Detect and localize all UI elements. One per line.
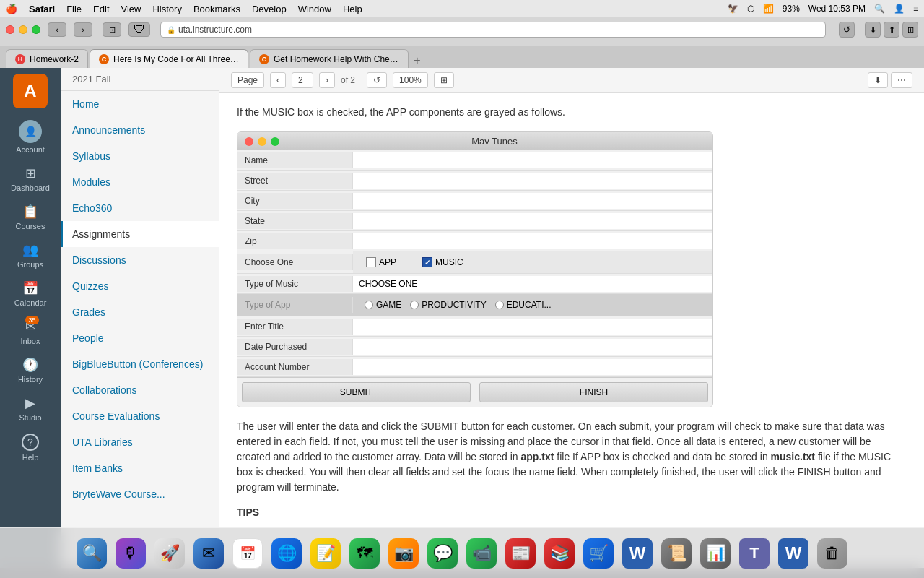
course-nav-grades[interactable]: Grades — [61, 299, 219, 325]
dock-messages[interactable]: 💬 — [424, 535, 461, 572]
url-bar[interactable]: 🔒 uta.instructure.com — [160, 22, 826, 38]
course-nav-collaborations[interactable]: Collaborations — [61, 377, 219, 403]
dock: 🔍 🎙 🚀 ✉ 📅 🌐 📝 🗺 📷 💬 📹 📰 📚 🛒 W 📜 — [0, 527, 924, 578]
apple-menu[interactable]: 🍎 — [6, 4, 17, 14]
tab-chegg1[interactable]: C Here Is My Code For All Three Files In… — [90, 49, 248, 68]
menubar-battery: 93% — [783, 4, 800, 14]
sidebar-item-dashboard-label: Dashboard — [11, 184, 50, 192]
course-nav-people[interactable]: People — [61, 325, 219, 351]
toolbar-page-num: 2 — [292, 72, 313, 88]
course-nav-announcements[interactable]: Announcements — [61, 117, 219, 143]
sidebar-toggle-button[interactable]: ⊡ — [103, 22, 121, 37]
dock-maps[interactable]: 🗺 — [346, 535, 383, 572]
dock-launchpad[interactable]: 🚀 — [152, 535, 188, 572]
tab-label-chegg1: Here Is My Code For All Three Files In H… — [113, 54, 239, 64]
dock-word[interactable]: W — [619, 535, 655, 572]
submit-button[interactable]: SUBMIT — [242, 382, 471, 402]
share-button[interactable]: ⬆ — [884, 22, 899, 38]
mock-maximize — [271, 137, 279, 146]
sidebar-item-calendar[interactable]: 📅 Calendar — [0, 275, 61, 313]
edit-menu[interactable]: Edit — [93, 4, 109, 14]
sidebar-item-dashboard[interactable]: ⊞ Dashboard — [0, 160, 61, 198]
file-menu[interactable]: File — [66, 4, 82, 14]
dock-teams[interactable]: T — [736, 535, 772, 572]
help-menu[interactable]: Help — [343, 4, 362, 14]
sidebar-item-account[interactable]: 👤 Account — [0, 114, 61, 160]
course-nav-modules[interactable]: Modules — [61, 169, 219, 195]
sidebar-item-history[interactable]: 🕐 History — [0, 351, 61, 389]
course-nav-evaluations[interactable]: Course Evaluations — [61, 403, 219, 429]
main-layout: A 👤 Account ⊞ Dashboard 📋 Courses 👥 Grou… — [0, 68, 924, 568]
form-row-street: Street — [237, 171, 712, 191]
toolbar-zoom-fit[interactable]: ⊞ — [434, 72, 454, 88]
menubar-user[interactable]: 👤 — [894, 4, 905, 14]
shield-button[interactable]: 🛡 — [128, 22, 150, 37]
course-nav-bigbluebutton[interactable]: BigBlueButton (Conferences) — [61, 351, 219, 377]
maximize-window-button[interactable] — [32, 25, 40, 34]
window-menu[interactable]: Window — [298, 4, 331, 14]
menubar: 🍎 Safari File Edit View History Bookmark… — [0, 0, 924, 17]
sidebar-item-groups[interactable]: 👥 Groups — [0, 236, 61, 275]
dashboard-icon: ⊞ — [25, 165, 36, 181]
develop-menu[interactable]: Develop — [252, 4, 287, 14]
tab-homework2[interactable]: H Homework-2 — [6, 49, 88, 68]
sidebar-item-inbox[interactable]: ✉ 35 Inbox — [0, 313, 61, 351]
form-field-zip — [353, 233, 712, 249]
dock-safari[interactable]: 🌐 — [269, 535, 305, 572]
dock-mail[interactable]: ✉ — [191, 535, 227, 572]
reload-button[interactable]: ↺ — [839, 22, 855, 38]
forward-button[interactable]: › — [74, 22, 92, 37]
view-menu[interactable]: View — [121, 4, 141, 14]
back-button[interactable]: ‹ — [48, 22, 66, 37]
new-tab-plus-button[interactable]: + — [410, 53, 424, 68]
toolbar-next-page[interactable]: › — [319, 72, 335, 88]
safari-menu[interactable]: Safari — [29, 4, 55, 14]
toolbar-download-button[interactable]: ⬇ — [868, 72, 888, 88]
sidebar-item-studio[interactable]: ▶ Studio — [0, 389, 61, 428]
dock-word2[interactable]: W — [775, 535, 811, 572]
bookmarks-menu[interactable]: Bookmarks — [193, 4, 240, 14]
dock-news[interactable]: 📰 — [502, 535, 539, 572]
new-tab-button[interactable]: ⊞ — [902, 22, 918, 38]
dock-finder[interactable]: 🔍 — [74, 535, 110, 572]
canvas-logo[interactable]: A — [13, 74, 48, 108]
download-button[interactable]: ⬇ — [865, 22, 881, 38]
radio-game: GAME — [365, 300, 401, 310]
finish-button[interactable]: FINISH — [479, 382, 708, 402]
dock-facetime[interactable]: 📹 — [463, 535, 500, 572]
toolbar-more-options[interactable]: ⋯ — [891, 72, 912, 88]
tab-chegg2[interactable]: C Get Homework Help With Chegg Study | C… — [250, 49, 409, 68]
radio-label-productivity: PRODUCTIVITY — [422, 300, 486, 310]
course-nav-syllabus[interactable]: Syllabus — [61, 143, 219, 169]
course-nav-brytewave[interactable]: BryteWave Course... — [61, 481, 219, 507]
course-nav-quizzes[interactable]: Quizzes — [61, 273, 219, 299]
course-nav-home[interactable]: Home — [61, 91, 219, 117]
dock-calendar[interactable]: 📅 — [230, 535, 266, 572]
dock-appstore[interactable]: 🛒 — [580, 535, 616, 572]
course-nav-uta-libraries[interactable]: UTA Libraries — [61, 429, 219, 455]
sidebar-item-courses[interactable]: 📋 Courses — [0, 198, 61, 236]
dock-siri[interactable]: 🎙 — [113, 535, 149, 572]
history-menu[interactable]: History — [152, 4, 181, 14]
course-nav-discussions[interactable]: Discussions — [61, 247, 219, 273]
minimize-window-button[interactable] — [19, 25, 27, 34]
form-label-name: Name — [237, 152, 353, 168]
menubar-search[interactable]: 🔍 — [874, 4, 885, 14]
sidebar-item-help[interactable]: ? Help — [0, 428, 61, 467]
mock-minimize — [258, 137, 266, 146]
course-nav-assignments[interactable]: Assignments — [61, 221, 219, 247]
dock-script-editor[interactable]: 📜 — [658, 535, 694, 572]
toolbar-zoom-out[interactable]: ↺ — [367, 72, 387, 88]
dock-photos[interactable]: 📷 — [385, 535, 422, 572]
course-nav-item-banks[interactable]: Item Banks — [61, 455, 219, 481]
sidebar-item-account-label: Account — [16, 145, 45, 154]
dock-activity-monitor[interactable]: 📊 — [697, 535, 733, 572]
dock-notes[interactable]: 📝 — [308, 535, 344, 572]
dock-photos-icon: 📷 — [388, 538, 419, 569]
dock-books[interactable]: 📚 — [541, 535, 578, 572]
course-nav-echo360[interactable]: Echo360 — [61, 195, 219, 221]
toolbar-prev-page[interactable]: ‹ — [270, 72, 286, 88]
menubar-control[interactable]: ≡ — [913, 4, 918, 14]
close-window-button[interactable] — [6, 25, 14, 34]
dock-trash[interactable]: 🗑 — [814, 535, 850, 572]
